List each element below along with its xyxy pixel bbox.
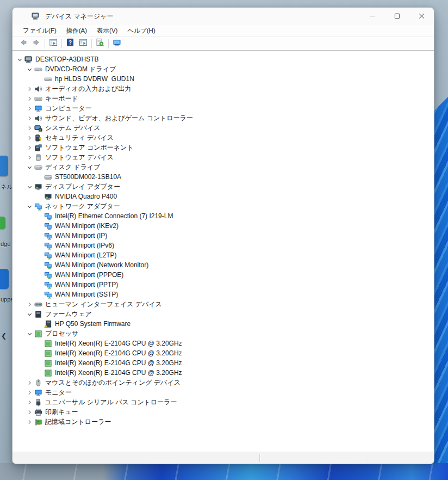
- tree-item-label: hp HLDS DVDRW GUD1N: [55, 75, 134, 83]
- menu-file[interactable]: ファイル(F): [18, 26, 61, 36]
- tree-item[interactable]: Intel(R) Xeon(R) E-2104G CPU @ 3.20GHz: [13, 358, 434, 368]
- tree-item[interactable]: DVD/CD-ROM ドライブ: [13, 64, 434, 74]
- chevron-right-icon[interactable]: [26, 95, 34, 103]
- toolbar-separator: [108, 39, 109, 48]
- chevron-down-icon[interactable]: [26, 202, 34, 211]
- menu-help[interactable]: ヘルプ(H): [122, 26, 160, 36]
- chevron-down-icon[interactable]: [26, 163, 34, 171]
- chevron-right-icon[interactable]: [26, 389, 34, 397]
- tree-item[interactable]: WAN Miniport (IKEv2): [13, 221, 434, 231]
- tree-item-label: ディスク ドライブ: [45, 163, 101, 172]
- tree-item[interactable]: WAN Miniport (IP): [13, 231, 434, 241]
- tree-item[interactable]: 印刷キュー: [13, 407, 434, 417]
- network-icon: [43, 212, 52, 220]
- desktop-icon-fragment-1[interactable]: [0, 156, 8, 176]
- tree-item[interactable]: キーボード: [13, 94, 434, 103]
- tree-item[interactable]: コンピューター: [13, 103, 434, 113]
- chevron-right-icon[interactable]: [26, 408, 34, 416]
- tree-item-label: Intel(R) Xeon(R) E-2104G CPU @ 3.20GHz: [55, 340, 182, 347]
- tree-item[interactable]: WAN Miniport (Network Monitor): [13, 260, 434, 270]
- tree-item[interactable]: Intel(R) Xeon(R) E-2104G CPU @ 3.20GHz: [13, 368, 434, 378]
- chevron-down-icon[interactable]: [26, 65, 34, 73]
- tree-item[interactable]: マウスとそのほかのポインティング デバイス: [13, 378, 434, 387]
- tree-item[interactable]: ファームウェア: [13, 309, 434, 319]
- tree-item[interactable]: WAN Miniport (L2TP): [13, 250, 434, 260]
- tree-item-label: WAN Miniport (IP): [55, 232, 107, 239]
- chevron-down-icon[interactable]: [16, 56, 24, 64]
- desktop-icon-fragment-3[interactable]: [0, 269, 9, 289]
- tree-item[interactable]: オーディオの入力および出力: [13, 84, 434, 94]
- tree-item[interactable]: DESKTOP-A3DHSTB: [13, 54, 434, 64]
- menu-view[interactable]: 表示(V): [92, 26, 122, 36]
- chevron-down-icon[interactable]: [26, 330, 34, 338]
- tree-item[interactable]: Intel(R) Xeon(R) E-2104G CPU @ 3.20GHz: [13, 348, 434, 358]
- chevron-right-icon[interactable]: [26, 134, 34, 142]
- show-console-tree-button[interactable]: [47, 38, 60, 50]
- tree-item[interactable]: ディスプレイ アダプター: [13, 182, 434, 192]
- chevron-down-icon[interactable]: [26, 310, 34, 318]
- tree-item-label: ソフトウェア デバイス: [45, 153, 114, 162]
- minimize-button[interactable]: [360, 8, 385, 25]
- tree-item-label: キーボード: [45, 94, 78, 103]
- chevron-right-icon[interactable]: [26, 153, 34, 162]
- tree-item[interactable]: HP Q50 System Firmware: [13, 319, 434, 329]
- help-icon: ?: [66, 38, 74, 49]
- tree-item[interactable]: ネットワーク アダプター: [13, 201, 434, 211]
- help-button[interactable]: ?: [64, 38, 77, 50]
- tree-item[interactable]: モニター: [13, 387, 434, 397]
- close-button[interactable]: [409, 8, 434, 25]
- tree-item[interactable]: ディスク ドライブ: [13, 162, 434, 172]
- tree-item[interactable]: 記憶域コントローラー: [13, 417, 434, 427]
- menu-action[interactable]: 操作(A): [61, 26, 92, 36]
- chevron-right-icon[interactable]: [26, 114, 34, 122]
- chevron-right-icon[interactable]: [26, 379, 34, 387]
- tree-item[interactable]: ST500DM002-1SB10A: [13, 172, 434, 182]
- tree-item[interactable]: ユニバーサル シリアル バス コントローラー: [13, 397, 434, 407]
- tree-item[interactable]: セキュリティ デバイス: [13, 133, 434, 143]
- chevron-right-icon[interactable]: [26, 85, 34, 93]
- tree-item[interactable]: ソフトウェア コンポーネント: [13, 143, 434, 152]
- back-button[interactable]: [17, 38, 30, 50]
- tree-item[interactable]: プロセッサ: [13, 329, 434, 339]
- close-icon: [419, 13, 425, 21]
- chevron-down-icon[interactable]: [26, 183, 34, 191]
- cd-drive-icon: [34, 65, 42, 73]
- chevron-placeholder: [35, 281, 43, 289]
- desktop-icon-fragment-4[interactable]: ❮: [1, 332, 7, 340]
- tree-item[interactable]: Intel(R) Xeon(R) E-2104G CPU @ 3.20GHz: [13, 339, 434, 348]
- chevron-right-icon[interactable]: [26, 124, 34, 132]
- chevron-right-icon[interactable]: [26, 300, 34, 309]
- tree-item[interactable]: WAN Miniport (PPTP): [13, 280, 434, 290]
- tree-item[interactable]: WAN Miniport (IPv6): [13, 241, 434, 250]
- chevron-right-icon[interactable]: [26, 398, 34, 407]
- console-icon: [49, 38, 58, 49]
- desktop-icon-fragment-2[interactable]: [0, 217, 5, 229]
- desktop-icon-label-1[interactable]: ネル: [1, 183, 13, 191]
- chevron-right-icon[interactable]: [26, 104, 34, 113]
- tree-item-label: プロセッサ: [45, 329, 78, 339]
- tree-item[interactable]: システム デバイス: [13, 123, 434, 133]
- chevron-right-icon[interactable]: [26, 144, 34, 152]
- tree-item[interactable]: Intel(R) Ethernet Connection (7) I219-LM: [13, 211, 434, 221]
- devices-button[interactable]: [110, 38, 123, 50]
- tree-item[interactable]: ヒューマン インターフェイス デバイス: [13, 299, 434, 309]
- forward-button[interactable]: [30, 38, 43, 50]
- pc-icon: [113, 38, 121, 49]
- tree-item[interactable]: NVIDIA Quadro P400: [13, 192, 434, 201]
- chevron-right-icon[interactable]: [26, 418, 34, 426]
- wallpaper-bloom-right: [434, 97, 448, 465]
- maximize-button[interactable]: [385, 8, 409, 25]
- desktop-icon-label-2[interactable]: dge: [1, 241, 10, 247]
- scan-hardware-button[interactable]: [94, 38, 107, 50]
- tree-item[interactable]: サウンド、ビデオ、およびゲーム コントローラー: [13, 113, 434, 123]
- tree-item[interactable]: hp HLDS DVDRW GUD1N: [13, 74, 434, 84]
- tree-item-label: WAN Miniport (Network Monitor): [55, 261, 148, 269]
- properties-button[interactable]: [77, 38, 90, 50]
- tree-item[interactable]: ソフトウェア デバイス: [13, 152, 434, 162]
- security-icon: [34, 133, 42, 142]
- tree-item-label: モニター: [45, 388, 72, 397]
- tree-item[interactable]: WAN Miniport (SSTP): [13, 290, 434, 299]
- sw-component-icon: [34, 143, 42, 152]
- chevron-placeholder: [35, 320, 43, 328]
- tree-item[interactable]: WAN Miniport (PPPOE): [13, 270, 434, 280]
